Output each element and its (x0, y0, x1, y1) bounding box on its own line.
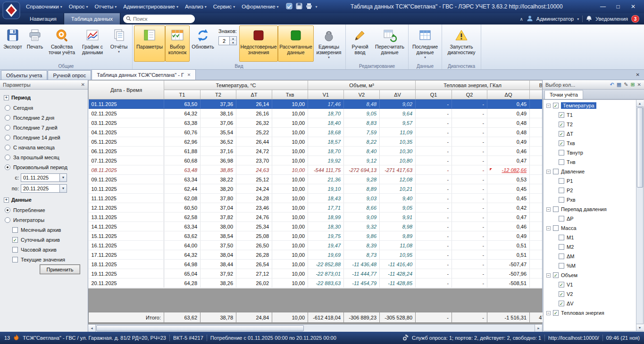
checkbox-icon[interactable] (559, 254, 564, 259)
close-panel-icon[interactable]: ✕ (636, 72, 640, 77)
radio-icon[interactable] (5, 125, 10, 131)
table-row[interactable]: 08.11.202563,4838,8524,6310,00-544 111,7… (89, 165, 543, 175)
recalculate-button[interactable]: Пересчитать данные (373, 25, 407, 62)
export-button[interactable]: Экспорт (1, 25, 24, 62)
overflow-chevron-icon[interactable]: ▾ (316, 5, 318, 9)
status-object-info[interactable]: ТСЖ"Светлана" - ГВС / ул. Гаражная. д. 8… (23, 335, 166, 341)
checkbox-icon[interactable]: ✓ (12, 237, 18, 243)
checkbox-icon[interactable] (553, 225, 559, 231)
horizontal-scrollbar[interactable]: ◄ ► (88, 324, 542, 332)
tree-node[interactable]: ✓ΔТ (544, 129, 636, 139)
radio-icon[interactable] (5, 155, 10, 160)
status-server-url[interactable]: http://localhost:10000/ (548, 335, 599, 341)
last-data-button[interactable]: Последние данные ▾ (410, 25, 440, 62)
checkbox-icon[interactable] (559, 188, 564, 193)
parameters-toggle[interactable]: Параметры (134, 25, 165, 62)
tab-data-table-doc[interactable]: Таблица данных ТСЖ"Светлана" - Г ✕ (92, 69, 196, 80)
checkbox-icon[interactable]: ✓ (559, 140, 564, 146)
table-row[interactable]: 15.11.202563,6238,5425,0810,0019,759,869… (89, 231, 543, 241)
tree-node[interactable]: −✓Температура (544, 101, 636, 110)
column-header[interactable]: Q2 (452, 90, 487, 99)
digits-spinner[interactable]: ▲ ▼ (218, 36, 237, 45)
radio-icon[interactable] (5, 105, 10, 111)
collapse-icon[interactable]: − (546, 311, 551, 315)
group-header-volume[interactable]: Объем, м³ (308, 81, 416, 90)
checkbox-icon[interactable] (559, 159, 564, 165)
collapse-icon[interactable]: − (546, 104, 551, 108)
checkbox-icon[interactable]: ✓ (553, 103, 559, 108)
chevron-down-icon[interactable]: ▼ (59, 174, 67, 181)
tree-node[interactable]: М1 (544, 233, 636, 242)
tree-node[interactable]: М2 (544, 242, 636, 252)
close-button[interactable]: ✕ (626, 2, 640, 11)
spin-down-icon[interactable]: ▼ (230, 41, 236, 45)
search-input[interactable] (133, 16, 186, 22)
column-header[interactable]: V2 (344, 90, 380, 99)
table-row[interactable]: 07.11.202560,6836,9823,7010,0019,929,121… (89, 156, 543, 165)
collapse-ribbon-icon[interactable]: ∧ (520, 16, 523, 22)
undo-icon[interactable]: ↶ (610, 82, 614, 87)
menu-item[interactable]: Отчеты▾ (91, 1, 120, 12)
scrollbar-thumb[interactable] (96, 325, 304, 331)
add-icon[interactable]: ⊞ (630, 82, 635, 87)
tree-node[interactable]: Тнв (544, 157, 636, 167)
spin-up-icon[interactable]: ▲ (230, 37, 236, 41)
radio-icon[interactable] (5, 145, 10, 150)
tree-node[interactable]: P2 (544, 186, 636, 195)
status-services-info[interactable]: Служб опроса: 1; портов: 2, действует: 2… (412, 335, 541, 341)
column-header[interactable]: ΔV (380, 90, 416, 99)
column-select-toggle[interactable]: Выбор колонок (165, 25, 190, 62)
table-row[interactable]: 19.11.202565,0437,9227,1210,00-22 873,01… (89, 269, 543, 278)
tree-node[interactable]: ✓ΔV (544, 299, 636, 308)
group-header-energy[interactable]: Тепловая энергия, ГКал (416, 81, 530, 90)
checkbox-icon[interactable] (559, 235, 564, 240)
table-row[interactable]: 20.11.202564,2838,2626,0210,00-22 883,63… (89, 278, 543, 288)
point-properties-button[interactable]: Свойства точки учёта (46, 25, 78, 62)
table-row[interactable]: 04.11.202560,7635,5425,2210,0018,687,591… (89, 128, 543, 137)
table-row[interactable]: 12.11.202560,5037,0423,4610,0017,718,669… (89, 203, 543, 213)
table-row[interactable]: 02.11.202564,3238,1626,1610,0018,709,059… (89, 109, 543, 118)
scroll-up-icon[interactable]: ▲ (636, 100, 644, 107)
user-menu[interactable]: Администратор (536, 16, 574, 22)
collapse-icon[interactable]: − (546, 207, 551, 212)
tree-node[interactable]: −Масса (544, 223, 636, 233)
tree-node[interactable]: −✓Объем (544, 270, 636, 280)
digits-input[interactable] (219, 37, 229, 45)
run-diagnostics-button[interactable]: Запустить диагностику (443, 25, 479, 62)
print-icon[interactable] (306, 3, 312, 10)
tree-node[interactable]: ✓V1 (544, 280, 636, 289)
column-header[interactable]: ΔQ (487, 90, 530, 99)
radio-icon[interactable] (5, 207, 10, 213)
chart-with-data-button[interactable]: График с данными (78, 25, 107, 62)
checkbox-icon[interactable] (559, 197, 564, 203)
tree-node[interactable]: %М (544, 261, 636, 270)
menu-item[interactable]: Опрос▾ (66, 1, 92, 12)
collapse-icon[interactable]: − (546, 226, 551, 230)
checkbox-icon[interactable]: ✓ (559, 301, 564, 306)
expand-icon[interactable]: + (4, 95, 9, 100)
minimize-button[interactable]: — (596, 2, 610, 11)
column-header-date[interactable]: Дата - Время (89, 81, 164, 99)
checkbox-icon[interactable] (12, 257, 18, 262)
close-icon[interactable]: ✕ (637, 82, 641, 87)
edit-icon[interactable]: ✎ (624, 82, 628, 87)
manual-input-button[interactable]: Ручной ввод (347, 25, 373, 62)
column-header[interactable]: Т (530, 90, 542, 99)
period-option[interactable]: Сегодня (4, 103, 84, 113)
grid-icon[interactable]: ▦ (617, 82, 621, 87)
column-header[interactable]: Тхв (272, 90, 308, 99)
table-row[interactable]: 11.11.202562,0837,8024,2810,0018,439,039… (89, 194, 543, 203)
menu-item[interactable]: Администрирование▾ (120, 1, 182, 12)
theme-icon[interactable] (286, 3, 293, 10)
table-row[interactable]: 03.11.202563,3837,0626,3210,0018,408,839… (89, 118, 543, 128)
period-option[interactable]: Последние 7 дней (4, 123, 84, 132)
column-header[interactable]: Т2 (201, 90, 236, 99)
table-row[interactable]: 06.11.202561,8837,1624,7210,0018,708,401… (89, 147, 543, 156)
tree-node[interactable]: −✓Тепловая энергия (544, 308, 636, 318)
radio-icon[interactable] (5, 135, 10, 140)
period-option[interactable]: Произвольный период (4, 162, 84, 172)
save-icon[interactable] (296, 3, 302, 10)
archive-option[interactable]: Часовой архив (4, 245, 84, 254)
status-device[interactable]: ВКТ-5 #4217 (173, 335, 203, 341)
table-row[interactable]: 10.11.202562,4438,2024,2410,0019,108,891… (89, 184, 543, 194)
